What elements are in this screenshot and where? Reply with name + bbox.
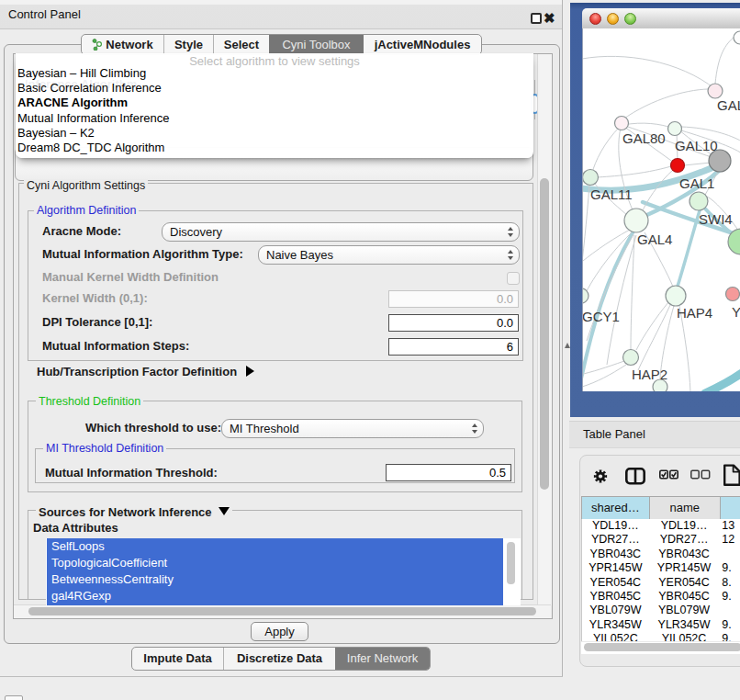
svg-text:Y: Y — [732, 304, 740, 320]
svg-text:GAL10: GAL10 — [675, 138, 718, 153]
svg-text:GAL1: GAL1 — [679, 175, 714, 191]
svg-text:GCY1: GCY1 — [583, 309, 620, 324]
svg-text:GAL80: GAL80 — [622, 130, 666, 146]
svg-text:GAL7: GAL7 — [717, 97, 740, 113]
svg-text:GAL11: GAL11 — [590, 186, 633, 202]
svg-text:HAP2: HAP2 — [632, 367, 667, 382]
svg-text:SWI4: SWI4 — [699, 211, 733, 227]
svg-text:HAP4: HAP4 — [677, 305, 712, 321]
svg-text:GAL4: GAL4 — [637, 231, 672, 247]
